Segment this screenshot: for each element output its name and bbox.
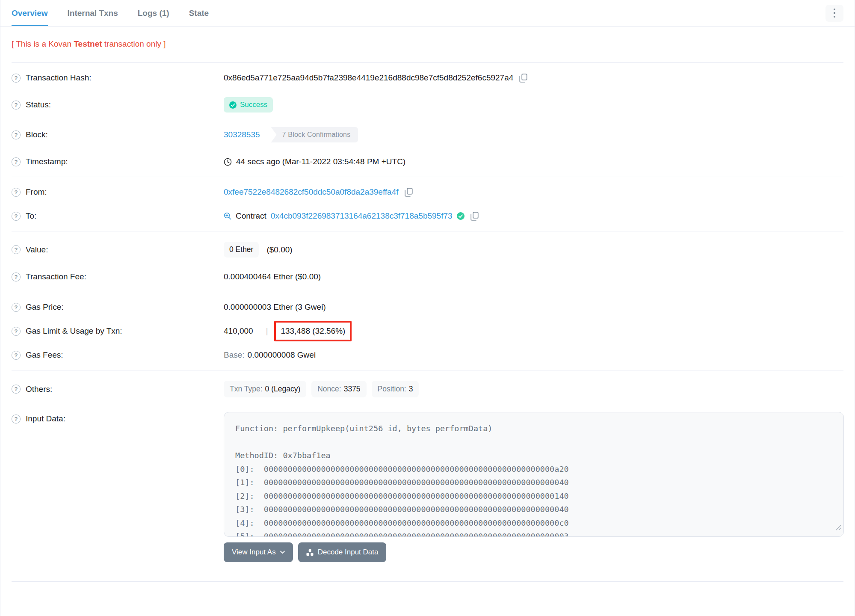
gas-fees-label: Gas Fees:: [26, 350, 63, 360]
kebab-dot: [834, 9, 836, 11]
resize-handle-icon[interactable]: [836, 521, 841, 535]
value-label: Value:: [26, 245, 48, 255]
row-to: To: Contract 0x4cb093f226983713164a62138…: [12, 204, 843, 228]
timestamp-value: 44 secs ago (Mar-11-2022 03:54:48 PM +UT…: [236, 157, 405, 166]
notice-prefix: [ This is a Kovan: [12, 39, 74, 48]
gas-separator: |: [266, 327, 268, 336]
tab-state[interactable]: State: [189, 0, 209, 26]
row-transaction-hash: Transaction Hash: 0x86ed5a771e725aa94d5b…: [12, 66, 843, 90]
input-data-line: [3]: 00000000000000000000000000000000000…: [235, 503, 832, 516]
status-label: Status:: [26, 100, 51, 110]
copy-icon[interactable]: [470, 212, 479, 221]
row-timestamp: Timestamp: 44 secs ago (Mar-11-2022 03:5…: [12, 150, 843, 174]
others-label: Others:: [26, 385, 52, 394]
gas-limit-value: 410,000: [224, 326, 253, 336]
gas-limit-usage-label: Gas Limit & Usage by Txn:: [26, 326, 122, 336]
value-usd: ($0.00): [266, 245, 292, 255]
row-input-data: Input Data: Function: performUpkeep(uint…: [12, 405, 843, 578]
more-options-button[interactable]: [825, 5, 843, 22]
gas-fees-base-label: Base:: [224, 350, 245, 360]
copy-icon[interactable]: [405, 188, 413, 197]
tab-logs[interactable]: Logs (1): [138, 0, 169, 26]
chevron-down-icon: [280, 551, 285, 554]
decode-icon: [306, 549, 314, 556]
row-transaction-fee: Transaction Fee: 0.000400464 Ether ($0.0…: [12, 265, 843, 289]
help-icon[interactable]: [12, 74, 21, 83]
input-data-line: [0]: 00000000000000000000000000000000000…: [235, 462, 832, 476]
help-icon[interactable]: [12, 327, 21, 336]
input-data-line: [1]: 00000000000000000000000000000000000…: [235, 476, 832, 489]
transaction-fee-label: Transaction Fee:: [26, 272, 86, 281]
kebab-dot: [834, 12, 836, 14]
help-icon[interactable]: [12, 212, 21, 221]
row-block: Block: 30328535 7 Block Confirmations: [12, 120, 843, 150]
notice-bold: Testnet: [74, 39, 102, 48]
gas-usage-annotated: 133,488 (32.56%): [281, 326, 345, 336]
help-icon[interactable]: [12, 385, 21, 394]
nonce-label: Nonce:: [317, 385, 341, 394]
help-icon[interactable]: [12, 157, 21, 166]
input-data-textarea[interactable]: Function: performUpkeep(uint256 id, byte…: [224, 412, 844, 537]
view-input-as-button[interactable]: View Input As: [224, 542, 293, 562]
check-circle-icon: [229, 101, 237, 109]
to-type-label: Contract: [236, 211, 266, 221]
help-icon[interactable]: [12, 130, 21, 139]
tab-internal-txns[interactable]: Internal Txns: [68, 0, 118, 26]
decode-input-data-button[interactable]: Decode Input Data: [298, 542, 387, 562]
row-gas-limit-usage: Gas Limit & Usage by Txn: 410,000 | 133,…: [12, 319, 843, 343]
status-text: Success: [240, 101, 267, 109]
txn-type-value: 0 (Legacy): [265, 385, 301, 394]
view-input-as-label: View Input As: [232, 548, 276, 557]
help-icon[interactable]: [12, 415, 21, 424]
row-from: From: 0xfee7522e8482682cf50ddc50a0f8da2a…: [12, 180, 843, 204]
nonce-value: 3375: [344, 385, 361, 394]
block-confirmations-badge: 7 Block Confirmations: [271, 127, 358, 142]
input-data-line: [4]: 00000000000000000000000000000000000…: [235, 516, 832, 530]
timestamp-label: Timestamp:: [26, 157, 68, 166]
gas-usage-value: 133,488 (32.56%): [281, 326, 345, 335]
tab-overview[interactable]: Overview: [12, 0, 48, 26]
nonce-badge: Nonce: 3375: [311, 381, 366, 397]
overview-panel: [ This is a Kovan Testnet transaction on…: [0, 27, 855, 596]
row-others: Others: Txn Type: 0 (Legacy) Nonce: 3375…: [12, 373, 843, 405]
position-label: Position:: [378, 385, 406, 394]
txn-type-badge: Txn Type: 0 (Legacy): [224, 381, 306, 397]
transaction-hash-label: Transaction Hash:: [26, 73, 91, 83]
value-badge: 0 Ether: [224, 242, 259, 258]
position-badge: Position: 3: [372, 381, 419, 397]
tab-bar: Overview Internal Txns Logs (1) State: [0, 0, 855, 27]
gas-price-label: Gas Price:: [26, 302, 64, 312]
input-data-line: [2]: 00000000000000000000000000000000000…: [235, 489, 832, 503]
row-gas-price: Gas Price: 0.000000003 Ether (3 Gwei): [12, 295, 843, 319]
position-value: 3: [409, 385, 413, 394]
transaction-detail-card: Overview Internal Txns Logs (1) State [ …: [0, 0, 855, 616]
to-label: To:: [26, 211, 36, 221]
input-data-line: [5]: 00000000000000000000000000000000000…: [235, 530, 832, 537]
gas-fees-base-value: 0.000000008 Gwei: [248, 350, 316, 360]
input-data-line: [235, 435, 832, 449]
block-number-link[interactable]: 30328535: [224, 130, 260, 139]
zoom-in-icon[interactable]: [224, 212, 231, 220]
row-gas-fees: Gas Fees: Base: 0.000000008 Gwei: [12, 343, 843, 367]
gas-price-value: 0.000000003 Ether (3 Gwei): [224, 302, 326, 312]
verified-check-icon: [457, 212, 464, 220]
from-address-link[interactable]: 0xfee7522e8482682cf50ddc50a0f8da2a39effa…: [224, 187, 399, 197]
help-icon[interactable]: [12, 272, 21, 281]
input-data-label: Input Data:: [26, 414, 65, 424]
help-icon[interactable]: [12, 188, 21, 197]
copy-icon[interactable]: [519, 74, 527, 83]
testnet-notice: [ This is a Kovan Testnet transaction on…: [12, 30, 843, 59]
help-icon[interactable]: [12, 101, 21, 110]
row-value: Value: 0 Ether ($0.00): [12, 234, 843, 265]
to-address-link[interactable]: 0x4cb093f226983713164a62138c3f718a5b595f…: [271, 211, 453, 221]
help-icon[interactable]: [12, 303, 21, 312]
help-icon[interactable]: [12, 351, 21, 360]
input-data-line: MethodID: 0x7bbaf1ea: [235, 449, 832, 462]
txn-type-label: Txn Type:: [230, 385, 263, 394]
notice-suffix: transaction only ]: [102, 39, 166, 48]
row-status: Status: Success: [12, 90, 843, 120]
help-icon[interactable]: [12, 245, 21, 254]
transaction-hash-value: 0x86ed5a771e725aa94d5b7fa2398e4419e216d8…: [224, 73, 513, 83]
block-label: Block:: [26, 130, 48, 139]
clock-icon: [224, 158, 232, 166]
